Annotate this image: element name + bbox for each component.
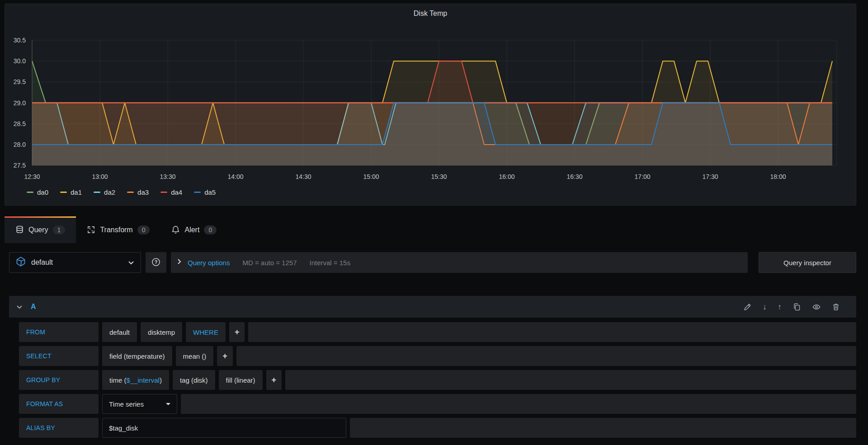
legend-series-color bbox=[127, 192, 134, 193]
y-tick-label: 29.0 bbox=[5, 99, 26, 107]
query-row-group-by: GROUP BYtime ($__interval)tag (disk)fill… bbox=[19, 370, 856, 390]
question-circle-icon: ? bbox=[151, 258, 160, 268]
y-tick-label: 30.0 bbox=[5, 57, 26, 65]
query-keyword-group-by[interactable]: GROUP BY bbox=[19, 370, 99, 390]
tab-label: Alert bbox=[184, 226, 199, 234]
legend-series-label: da2 bbox=[104, 188, 115, 196]
tab-label: Transform bbox=[100, 226, 132, 234]
arrow-up-icon[interactable]: ↑ bbox=[778, 303, 782, 311]
legend-item-da5[interactable]: da5 bbox=[194, 188, 216, 196]
toggle-visibility-button[interactable] bbox=[812, 303, 821, 311]
segment-mean[interactable]: mean () bbox=[176, 346, 214, 366]
format-as-select[interactable]: Time series bbox=[102, 394, 177, 414]
tab-label: Query bbox=[28, 226, 48, 234]
legend-item-da0[interactable]: da0 bbox=[27, 188, 48, 196]
query-ref-row[interactable]: A ↓↑ bbox=[9, 296, 856, 318]
segment-disktemp[interactable]: disktemp bbox=[141, 322, 182, 342]
segment-time-interval[interactable]: time ($__interval) bbox=[102, 370, 169, 390]
segment-tag-disk[interactable]: tag (disk) bbox=[173, 370, 215, 390]
x-tick-label: 15:00 bbox=[357, 173, 386, 180]
query-keyword-alias-by[interactable]: ALIAS BY bbox=[19, 418, 99, 438]
timeseries-panel: Disk Temp 30.530.029.529.028.528.027.5 1… bbox=[5, 4, 856, 206]
query-keyword-select[interactable]: SELECT bbox=[19, 346, 99, 366]
edit-button[interactable] bbox=[743, 303, 752, 311]
query-inspector-button[interactable]: Query inspector bbox=[759, 252, 856, 273]
transform-icon bbox=[87, 225, 95, 234]
segment-text: ) bbox=[160, 376, 162, 384]
y-tick-label: 30.5 bbox=[5, 37, 26, 44]
row-filler bbox=[350, 418, 856, 438]
chart-plot-area[interactable] bbox=[28, 37, 846, 172]
y-tick-label: 28.0 bbox=[5, 141, 26, 148]
query-options-bar[interactable]: Query options MD = auto = 1257 Interval … bbox=[171, 252, 748, 273]
x-tick-label: 12:30 bbox=[18, 173, 47, 180]
arrow-down-icon[interactable]: ↓ bbox=[763, 303, 767, 311]
legend-series-label: da3 bbox=[137, 188, 149, 196]
legend-series-color bbox=[27, 192, 33, 193]
datasource-selected-value: default bbox=[31, 258, 123, 267]
legend-series-label: da0 bbox=[37, 188, 48, 196]
query-ref-id: A bbox=[31, 303, 36, 311]
time-series-chart[interactable]: 30.530.029.529.028.528.027.5 12:3013:001… bbox=[5, 4, 856, 205]
duplicate-button[interactable] bbox=[793, 303, 801, 311]
add-segment-button[interactable]: + bbox=[266, 370, 282, 390]
row-filler bbox=[248, 322, 856, 342]
query-keyword-format-as[interactable]: FORMAT AS bbox=[19, 394, 99, 414]
caret-down-icon bbox=[166, 403, 170, 405]
query-keyword-from[interactable]: FROM bbox=[19, 322, 99, 342]
variable-token: $__interval bbox=[127, 376, 160, 384]
segment-fill-linear[interactable]: fill (linear) bbox=[219, 370, 263, 390]
x-tick-label: 13:00 bbox=[85, 173, 114, 180]
row-filler bbox=[285, 370, 856, 390]
legend-item-da3[interactable]: da3 bbox=[127, 188, 149, 196]
add-segment-button[interactable]: + bbox=[229, 322, 245, 342]
query-options-toggle[interactable]: Query options bbox=[188, 259, 230, 267]
legend-item-da1[interactable]: da1 bbox=[60, 188, 82, 196]
chevron-right-icon bbox=[177, 258, 181, 267]
row-filler bbox=[236, 346, 856, 366]
query-row-select: SELECTfield (temperature)mean ()+ bbox=[19, 346, 856, 366]
legend-series-color bbox=[60, 192, 67, 193]
y-tick-label: 29.5 bbox=[5, 78, 26, 85]
format-as-value: Time series bbox=[109, 400, 144, 408]
legend-series-color bbox=[94, 192, 100, 193]
query-row-format-as: FORMAT ASTime series bbox=[19, 394, 856, 414]
x-tick-label: 13:30 bbox=[153, 173, 182, 180]
svg-text:?: ? bbox=[155, 259, 158, 265]
legend-series-color bbox=[160, 192, 167, 193]
datasource-picker[interactable]: default bbox=[9, 252, 141, 273]
segment-field-temperature[interactable]: field (temperature) bbox=[102, 346, 172, 366]
database-icon bbox=[15, 225, 24, 234]
legend-item-da4[interactable]: da4 bbox=[160, 188, 182, 196]
legend-series-label: da4 bbox=[171, 188, 182, 196]
add-segment-button[interactable]: + bbox=[217, 346, 233, 366]
query-editor-rows: FROMdefaultdisktempWHERE+SELECTfield (te… bbox=[19, 322, 856, 442]
alias-by-input[interactable] bbox=[102, 418, 346, 438]
x-tick-label: 16:00 bbox=[492, 173, 521, 180]
query-row-from: FROMdefaultdisktempWHERE+ bbox=[19, 322, 856, 342]
chevron-down-icon[interactable] bbox=[16, 303, 23, 311]
bell-icon bbox=[171, 225, 180, 234]
row-filler bbox=[181, 394, 856, 414]
chart-legend: da0da1da2da3da4da5 bbox=[27, 188, 216, 196]
y-tick-label: 28.5 bbox=[5, 120, 26, 127]
tab-count-badge: 0 bbox=[204, 225, 217, 234]
legend-series-label: da5 bbox=[204, 188, 216, 196]
tab-alert[interactable]: Alert0 bbox=[160, 216, 227, 243]
interval-summary: Interval = 15s bbox=[309, 259, 350, 267]
editor-tabs: Query1Transform0Alert0 bbox=[5, 216, 227, 243]
legend-item-da2[interactable]: da2 bbox=[94, 188, 115, 196]
x-tick-label: 17:30 bbox=[696, 173, 725, 180]
delete-button[interactable] bbox=[832, 303, 840, 311]
x-tick-label: 16:30 bbox=[560, 173, 589, 180]
max-data-points-summary: MD = auto = 1257 bbox=[242, 259, 297, 267]
legend-series-label: da1 bbox=[71, 188, 82, 196]
tab-transform[interactable]: Transform0 bbox=[76, 216, 160, 243]
y-tick-label: 27.5 bbox=[5, 162, 26, 169]
segment-where[interactable]: WHERE bbox=[186, 322, 226, 342]
datasource-help-button[interactable]: ? bbox=[146, 252, 166, 273]
tab-query[interactable]: Query1 bbox=[5, 216, 76, 243]
segment-default[interactable]: default bbox=[102, 322, 137, 342]
tab-count-badge: 1 bbox=[53, 225, 66, 234]
chevron-down-icon bbox=[128, 258, 134, 267]
